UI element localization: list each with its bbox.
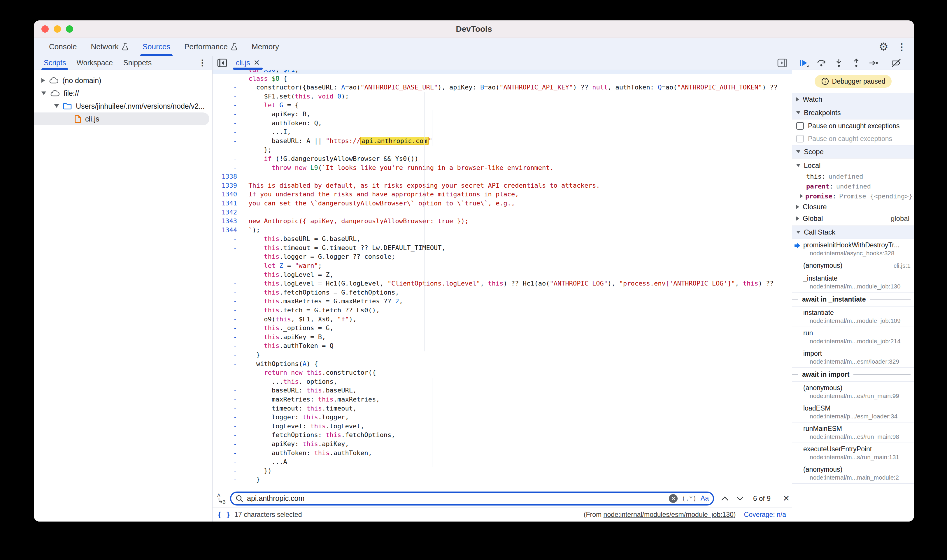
line-number[interactable]: -: [213, 92, 241, 101]
tab-performance[interactable]: Performance: [177, 38, 245, 55]
scope-group-local[interactable]: Local: [792, 160, 914, 171]
source-origin-link[interactable]: node:internal/modules/esm/module_job:130: [603, 511, 734, 518]
more-options-icon[interactable]: ⋮: [897, 42, 907, 52]
line-number[interactable]: -: [213, 271, 241, 279]
call-stack-frame[interactable]: (anonymous)cli.js:1: [792, 259, 914, 272]
step-out-button[interactable]: [849, 57, 864, 69]
checkbox[interactable]: [796, 122, 804, 130]
line-number[interactable]: 1341: [213, 199, 241, 208]
line-number[interactable]: -: [213, 324, 241, 333]
line-number[interactable]: -: [213, 243, 241, 252]
section-scope[interactable]: Scope: [792, 145, 914, 158]
tree-item-cli-js[interactable]: cli.js: [34, 112, 209, 125]
line-number[interactable]: -: [213, 288, 241, 297]
section-breakpoints[interactable]: Breakpoints: [792, 106, 914, 120]
tree-item-file-[interactable]: file://: [34, 87, 212, 100]
line-number[interactable]: -: [213, 315, 241, 324]
scope-variable-promise[interactable]: promise:Promise {<pending>}: [792, 191, 914, 201]
line-number[interactable]: -: [213, 466, 241, 475]
line-number[interactable]: -: [213, 422, 241, 431]
sidebar-tab-workspace[interactable]: Workspace: [71, 56, 118, 70]
line-number[interactable]: 1342: [213, 208, 241, 217]
chevron-right-icon[interactable]: [42, 78, 45, 83]
line-number[interactable]: -: [213, 70, 241, 74]
deactivate-breakpoints-button[interactable]: [889, 57, 904, 69]
sidebar-tab-scripts[interactable]: Scripts: [39, 56, 71, 70]
pretty-print-icon[interactable]: { }: [217, 511, 230, 519]
line-number[interactable]: -: [213, 475, 241, 484]
line-number[interactable]: 1344: [213, 226, 241, 235]
line-number[interactable]: -: [213, 262, 241, 271]
line-number[interactable]: -: [213, 404, 241, 413]
line-number[interactable]: -: [213, 386, 241, 395]
line-number[interactable]: -: [213, 235, 241, 243]
line-number[interactable]: 1338: [213, 172, 241, 181]
step-over-button[interactable]: [814, 57, 829, 69]
scope-variable-this[interactable]: this:undefined: [792, 171, 914, 181]
scope-variable-parent[interactable]: parent:undefined: [792, 181, 914, 191]
line-number[interactable]: -: [213, 431, 241, 440]
step-into-button[interactable]: [831, 57, 847, 69]
line-number[interactable]: -: [213, 110, 241, 119]
tab-network[interactable]: Network: [84, 38, 135, 55]
line-number[interactable]: 1343: [213, 217, 241, 226]
line-number[interactable]: -: [213, 297, 241, 306]
line-number[interactable]: -: [213, 279, 241, 288]
call-stack-frame[interactable]: (anonymous)node:internal/m...es/run_main…: [792, 382, 914, 402]
settings-gear-icon[interactable]: ⚙: [879, 42, 888, 52]
scope-group-closure[interactable]: Closure: [792, 201, 914, 213]
line-number[interactable]: -: [213, 440, 241, 449]
line-number[interactable]: 1339: [213, 181, 241, 190]
regex-toggle[interactable]: (.*): [682, 495, 697, 502]
chevron-down-icon[interactable]: [54, 104, 59, 108]
call-stack-frame[interactable]: runMainESMnode:internal/m...es/run_main:…: [792, 423, 914, 443]
checkbox[interactable]: [796, 135, 804, 143]
call-stack-frame[interactable]: importnode:internal/m...esm/loader:329: [792, 347, 914, 368]
tree-item-users-jinhuilee-nvm-versions-node-v2-[interactable]: Users/jinhuilee/.nvm/versions/node/v2...: [34, 100, 212, 112]
line-number[interactable]: -: [213, 83, 241, 92]
line-number[interactable]: -: [213, 101, 241, 110]
line-number[interactable]: -: [213, 360, 241, 369]
line-number[interactable]: -: [213, 342, 241, 351]
coverage-link[interactable]: Coverage: n/a: [744, 511, 786, 518]
line-number[interactable]: -: [213, 351, 241, 360]
call-stack-frame[interactable]: (anonymous)node:internal/m...main_module…: [792, 463, 914, 484]
code-editor[interactable]: - var Xs0, $F1;- class $8 {- constructor…: [213, 70, 792, 489]
tab-close-icon[interactable]: ✕: [254, 58, 260, 67]
line-number[interactable]: -: [213, 457, 241, 466]
section-watch[interactable]: Watch: [792, 93, 914, 106]
line-number[interactable]: -: [213, 306, 241, 315]
line-number[interactable]: -: [213, 145, 241, 154]
next-result-icon[interactable]: [736, 496, 744, 501]
call-stack-frame[interactable]: instantiatenode:internal/m...module_job:…: [792, 306, 914, 327]
resume-script-button[interactable]: [796, 57, 811, 69]
line-number[interactable]: -: [213, 128, 241, 137]
line-number[interactable]: -: [213, 119, 241, 128]
line-number[interactable]: -: [213, 368, 241, 377]
line-number[interactable]: -: [213, 413, 241, 422]
sidebar-more-options-icon[interactable]: ⋮: [198, 58, 212, 68]
tree-item--no-domain-[interactable]: (no domain): [34, 74, 212, 87]
collapse-navigator-icon[interactable]: [217, 58, 227, 67]
chevron-down-icon[interactable]: [42, 91, 46, 95]
tab-memory[interactable]: Memory: [245, 38, 286, 55]
call-stack-frame[interactable]: _instantiatenode:internal/m...module_job…: [792, 272, 914, 292]
line-number[interactable]: -: [213, 333, 241, 342]
sidebar-tab-snippets[interactable]: Snippets: [118, 56, 157, 70]
call-stack-frame[interactable]: runnode:internal/m...module_job:214: [792, 327, 914, 347]
tab-sources[interactable]: Sources: [136, 38, 177, 55]
line-number[interactable]: -: [213, 252, 241, 262]
search-input[interactable]: [247, 494, 669, 503]
match-case-toggle[interactable]: Aa: [701, 494, 709, 502]
line-number[interactable]: -: [213, 154, 241, 163]
line-number[interactable]: -: [213, 449, 241, 458]
call-stack-frame[interactable]: loadESMnode:internal/p.../esm_loader:34: [792, 402, 914, 423]
line-number[interactable]: -: [213, 74, 241, 83]
line-number[interactable]: -: [213, 163, 241, 172]
tab-console[interactable]: Console: [42, 38, 84, 55]
call-stack-frame[interactable]: executeUserEntryPointnode:internal/m...s…: [792, 443, 914, 463]
tab-cli-js[interactable]: cli.js ✕: [231, 56, 264, 70]
line-number[interactable]: -: [213, 377, 241, 386]
line-number[interactable]: -: [213, 137, 241, 146]
replace-toggle-icon[interactable]: A B: [217, 493, 227, 505]
